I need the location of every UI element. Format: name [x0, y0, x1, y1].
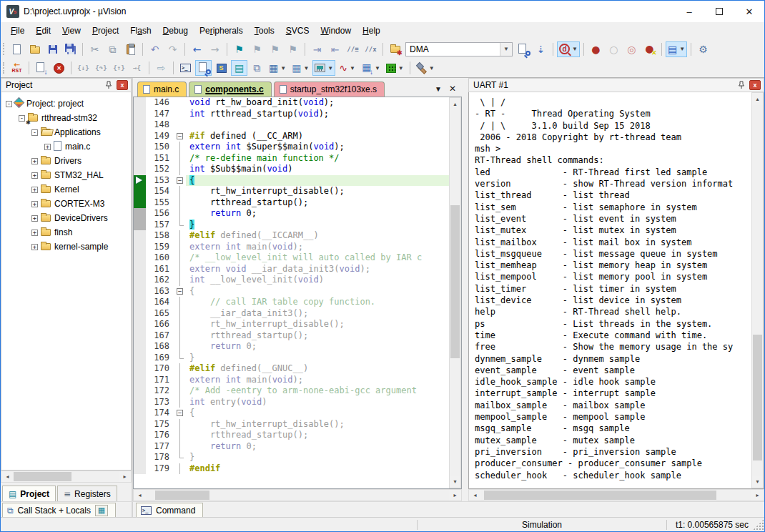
navigate-back-button[interactable]: ← [189, 41, 205, 57]
editor-tab-startup-stm32f103xe-s[interactable]: startup_stm32f103xe.s [274, 82, 385, 97]
code-text[interactable]: rtthread_startup(); [186, 197, 449, 209]
code-text-area[interactable]: 146void rt_hw_board_init(void);147int rt… [134, 97, 449, 488]
find-text-combo[interactable]: DMA▼ [405, 42, 513, 56]
code-text[interactable]: #if defined (__CC_ARM) [186, 131, 449, 142]
tree-expander-icon[interactable]: + [31, 215, 38, 222]
code-text[interactable]: void rt_hw_board_init(void); [186, 97, 449, 109]
step-over-button[interactable]: {↷} [93, 60, 109, 76]
find-in-files-button[interactable]: ✱ [387, 41, 403, 57]
tree-expander-icon[interactable]: + [31, 172, 38, 179]
code-text[interactable]: #elif defined(__ICCARM__) [186, 230, 449, 242]
uart-horizontal-scrollbar[interactable]: ◂ ▸ [468, 489, 764, 501]
tree-item-kernel-sample[interactable]: +kernel-sample [1, 240, 131, 254]
tools-button[interactable]: ▼ [414, 60, 437, 76]
code-text[interactable]: { [186, 408, 449, 419]
save-button[interactable] [44, 41, 61, 57]
code-text[interactable]: rt_hw_interrupt_disable(); [186, 319, 449, 330]
tab-project[interactable]: ▤Project [2, 486, 56, 501]
minimize-button[interactable]: – [674, 1, 704, 22]
scroll-thumb[interactable] [155, 491, 209, 500]
tree-expander-icon[interactable]: + [31, 230, 38, 236]
step-into-button[interactable]: {↓} [75, 60, 92, 76]
tree-item-applications[interactable]: -Applications [1, 125, 131, 139]
incremental-find-button[interactable]: ⇣ [533, 41, 549, 57]
scroll-right-icon[interactable]: ▸ [751, 490, 764, 501]
scroll-up-icon[interactable]: ▴ [752, 93, 763, 105]
code-text[interactable]: } [186, 452, 449, 463]
code-text[interactable]: extern void __iar_data_init3(void); [186, 264, 449, 275]
tree-expander-icon[interactable]: + [31, 201, 38, 207]
redo-button[interactable]: ↷ [164, 41, 181, 57]
code-line-169[interactable]: 169} [134, 353, 449, 364]
scroll-thumb[interactable] [450, 205, 460, 359]
scroll-down-icon[interactable]: ▾ [752, 476, 763, 488]
scroll-down-icon[interactable]: ▾ [450, 476, 460, 488]
code-line-148[interactable]: 148 [134, 119, 449, 131]
code-line-177[interactable]: 177 return 0; [134, 441, 449, 453]
menu-project[interactable]: Project [87, 24, 124, 38]
memory-window-button[interactable]: ▤ [231, 60, 247, 76]
code-text[interactable]: #elif defined(__GNUC__) [186, 363, 449, 375]
editor-tab-main-c[interactable]: main.c [137, 82, 187, 97]
menu-debug[interactable]: Debug [157, 24, 194, 38]
fold-margin[interactable]: − [175, 175, 186, 187]
code-line-160[interactable]: 160/* __low_level_init will auto called … [134, 252, 449, 264]
unindent-button[interactable]: ⇤ [327, 41, 343, 57]
scroll-up-icon[interactable]: ▴ [450, 98, 460, 110]
code-text[interactable]: extern int main(void); [186, 375, 449, 386]
chevron-down-icon[interactable]: ▼ [500, 43, 512, 56]
code-line-157[interactable]: 157} [134, 220, 449, 231]
pin-icon[interactable] [736, 79, 747, 91]
code-line-146[interactable]: 146void rt_hw_board_init(void); [134, 97, 449, 109]
tree-item-kernel[interactable]: +Kernel [1, 182, 131, 197]
project-panel-close-icon[interactable]: x [117, 80, 128, 90]
scroll-thumb[interactable] [14, 472, 71, 481]
fold-margin[interactable]: − [175, 286, 186, 297]
scroll-track[interactable] [481, 490, 751, 501]
fold-collapse-icon[interactable]: − [177, 410, 183, 416]
code-text[interactable]: return 0; [186, 208, 449, 220]
save-all-button[interactable] [62, 41, 79, 57]
navigate-forward-button[interactable]: → [207, 41, 223, 57]
code-text[interactable]: } [186, 220, 449, 231]
show-next-statement-button[interactable]: ⇨ [153, 60, 169, 76]
code-text[interactable]: { [186, 286, 449, 297]
code-line-156[interactable]: 156 return 0; [134, 208, 449, 220]
code-line-154[interactable]: 154 rt_hw_interrupt_disable(); [134, 186, 449, 197]
bookmark-next-button[interactable]: ⚑ [267, 41, 283, 57]
kill-all-breakpoints-button[interactable]: ●✕ [641, 41, 658, 57]
bookmark-toggle-button[interactable]: ⚑ [231, 41, 247, 57]
menu-svcs[interactable]: SVCS [280, 24, 315, 38]
enable-disable-breakpoint-button[interactable]: ○ [606, 41, 622, 57]
code-line-175[interactable]: 175 rt_hw_interrupt_disable(); [134, 419, 449, 430]
uart-vertical-scrollbar[interactable]: ▴ ▾ [751, 92, 764, 488]
tree-item-rtthread-stm32[interactable]: -✱rtthread-stm32 [1, 111, 131, 125]
tree-expander-icon[interactable]: + [31, 158, 38, 164]
code-line-176[interactable]: 176 rtthread_startup(); [134, 430, 449, 441]
menu-flash[interactable]: Flash [124, 24, 157, 38]
menu-edit[interactable]: Edit [30, 24, 56, 38]
watch-windows-button[interactable]: ▦▼ [267, 60, 288, 76]
editor-vertical-scrollbar[interactable]: ▴ ▾ [449, 97, 461, 488]
code-line-164[interactable]: 164 // call IAR table copy function. [134, 297, 449, 308]
toolbox-button[interactable]: ▼ [384, 60, 406, 76]
tab-registers[interactable]: ≡Registers [57, 486, 117, 501]
scroll-track[interactable] [146, 490, 449, 501]
code-text[interactable]: int $Sub$$main(void) [186, 164, 449, 175]
code-line-149[interactable]: 149−#if defined (__CC_ARM) [134, 131, 449, 142]
indent-button[interactable]: ⇥ [309, 41, 325, 57]
scroll-track[interactable] [14, 471, 119, 482]
code-line-163[interactable]: 163−{ [134, 286, 449, 297]
code-line-170[interactable]: 170#elif defined(__GNUC__) [134, 363, 449, 375]
tree-item-drivers[interactable]: +Drivers [1, 154, 131, 168]
system-viewer-button[interactable]: ▦↓▼ [359, 60, 382, 76]
project-horizontal-scrollbar[interactable]: ◂ ▸ [1, 471, 132, 483]
code-line-168[interactable]: 168 return 0; [134, 341, 449, 353]
new-file-button[interactable] [9, 41, 25, 57]
comment-button[interactable]: //≡ [345, 41, 361, 57]
tree-expander-icon[interactable]: - [6, 101, 12, 107]
code-line-159[interactable]: 159extern int main(void); [134, 242, 449, 253]
code-text[interactable] [186, 119, 449, 131]
tree-item-devicedrivers[interactable]: +DeviceDrivers [1, 211, 131, 225]
code-text[interactable]: extern int $Super$$main(void); [186, 142, 449, 153]
